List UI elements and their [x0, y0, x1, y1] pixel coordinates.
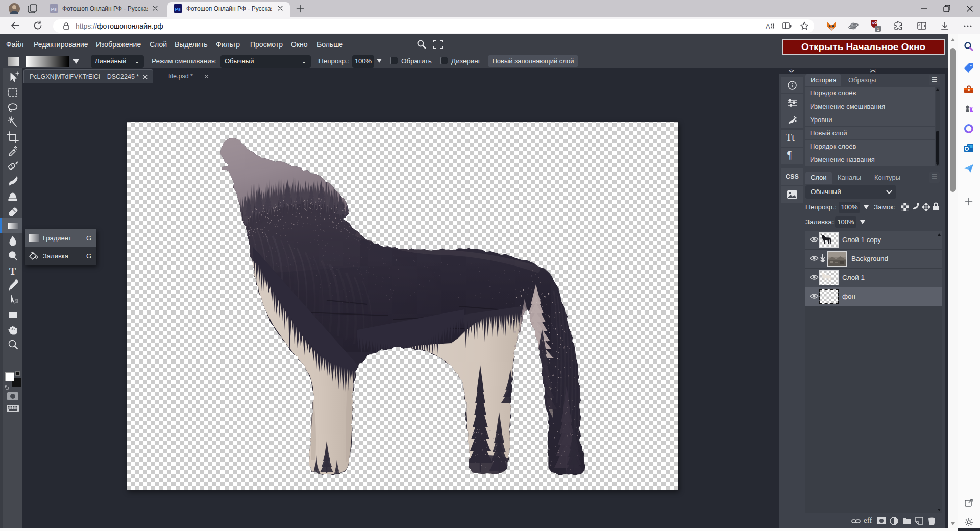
svg-text:T: T: [9, 266, 16, 277]
svg-text:1: 1: [877, 27, 879, 32]
svg-text:uO: uO: [872, 21, 877, 25]
svg-text:Ps: Ps: [175, 6, 181, 12]
svg-text:Ps: Ps: [51, 6, 57, 12]
svg-text:A: A: [766, 22, 770, 30]
